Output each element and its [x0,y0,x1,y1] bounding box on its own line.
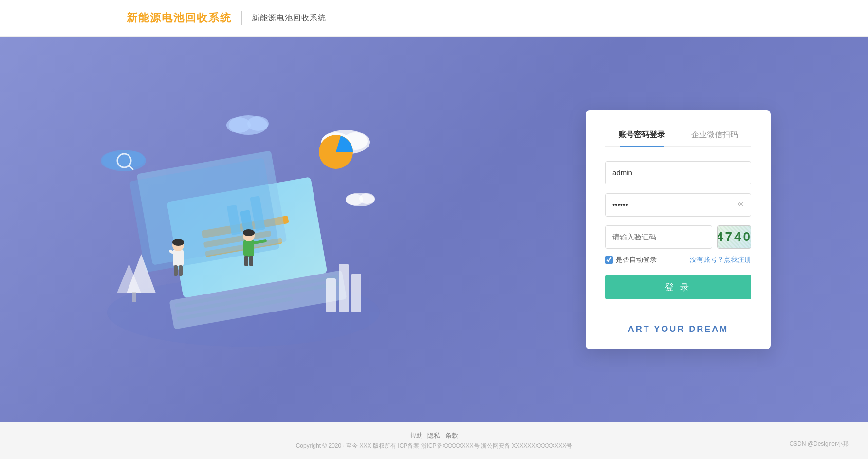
svg-point-18 [172,239,184,246]
password-group: 👁 [605,193,751,217]
svg-rect-33 [351,274,361,312]
svg-rect-25 [244,256,248,266]
auto-login-label: 是否自动登录 [616,256,657,264]
svg-rect-26 [249,256,253,266]
main-area: 账号密码登录 企业微信扫码 👁 4740 是否自动登录 没有账号？点我注册 登 … [0,37,868,422]
svg-rect-32 [339,264,349,312]
captcha-row: 4740 [605,225,751,249]
footer: 帮助 | 隐私 | 条款 Copyright © 2020 · 至今 XXX 版… [0,422,868,459]
footer-links: 帮助 | 隐私 | 条款 [410,431,458,440]
username-group [605,161,751,184]
header-divider [241,11,242,25]
header: 新能源电池回收系统 新能源电池回收系统 [0,0,868,37]
footer-copyright: Copyright © 2020 · 至今 XXX 版权所有 ICP备案 浙IC… [296,442,573,450]
header-subtitle: 新能源电池回收系统 [252,13,326,23]
username-input[interactable] [605,161,751,184]
auto-login-left: 是否自动登录 [605,256,657,264]
login-card: 账号密码登录 企业微信扫码 👁 4740 是否自动登录 没有账号？点我注册 登 … [586,110,771,349]
svg-rect-16 [173,249,184,266]
login-button[interactable]: 登 录 [605,275,751,299]
captcha-image[interactable]: 4740 [717,225,751,249]
svg-rect-31 [326,278,336,312]
logo-text: 新能源电池回收系统 [127,11,232,25]
password-input[interactable] [605,193,751,217]
auto-login-checkbox[interactable] [605,256,613,264]
card-slogan: ART YOUR DREAM [605,314,751,334]
register-link[interactable]: 没有账号？点我注册 [690,256,751,264]
auto-login-row: 是否自动登录 没有账号？点我注册 [605,256,751,264]
svg-point-39 [247,116,269,131]
footer-csdn: CSDN @Designer小邦 [789,440,849,448]
tab-wechat-scan[interactable]: 企业微信扫码 [678,130,751,146]
illustration [88,89,404,371]
svg-point-24 [243,229,255,236]
tab-password-login[interactable]: 账号密码登录 [605,130,678,146]
captcha-input[interactable] [605,225,712,249]
svg-rect-30 [132,292,136,302]
svg-point-38 [226,117,251,133]
svg-rect-22 [243,239,254,257]
svg-point-48 [359,193,375,204]
login-tabs: 账号密码登录 企业微信扫码 [605,130,751,147]
eye-icon[interactable]: 👁 [738,201,745,209]
svg-rect-20 [179,265,183,276]
svg-rect-19 [174,265,178,276]
